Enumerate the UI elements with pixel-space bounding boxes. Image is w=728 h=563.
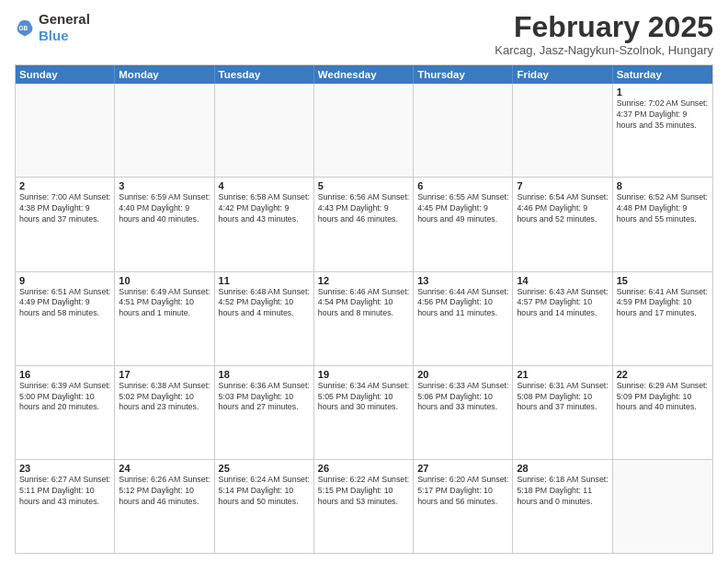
empty-cell-0-5 [513,84,612,177]
day-info: Sunrise: 7:02 AM Sunset: 4:37 PM Dayligh… [617,98,709,132]
calendar-row-2: 2Sunrise: 7:00 AM Sunset: 4:38 PM Daylig… [16,177,712,270]
location: Karcag, Jasz-Nagykun-Szolnok, Hungary [495,43,713,57]
empty-cell-0-3 [314,84,414,177]
day-info: Sunrise: 6:33 AM Sunset: 5:06 PM Dayligh… [417,381,508,414]
calendar-header: SundayMondayTuesdayWednesdayThursdayFrid… [16,65,712,84]
day-info: Sunrise: 6:31 AM Sunset: 5:08 PM Dayligh… [517,381,608,414]
day-cell-22: 22Sunrise: 6:29 AM Sunset: 5:09 PM Dayli… [613,366,712,459]
day-info: Sunrise: 6:26 AM Sunset: 5:12 PM Dayligh… [119,475,210,508]
day-info: Sunrise: 6:51 AM Sunset: 4:49 PM Dayligh… [19,287,110,320]
day-number: 1 [617,86,709,98]
day-cell-20: 20Sunrise: 6:33 AM Sunset: 5:06 PM Dayli… [414,366,513,459]
day-info: Sunrise: 6:29 AM Sunset: 5:09 PM Dayligh… [617,381,709,414]
svg-text:GB: GB [18,25,28,31]
day-info: Sunrise: 6:49 AM Sunset: 4:51 PM Dayligh… [119,287,210,320]
day-cell-13: 13Sunrise: 6:44 AM Sunset: 4:56 PM Dayli… [414,272,513,365]
day-cell-9: 9Sunrise: 6:51 AM Sunset: 4:49 PM Daylig… [16,272,115,365]
day-number: 16 [19,369,110,380]
day-info: Sunrise: 6:38 AM Sunset: 5:02 PM Dayligh… [119,381,210,414]
day-cell-14: 14Sunrise: 6:43 AM Sunset: 4:57 PM Dayli… [513,272,612,365]
logo: GB General Blue [15,11,90,44]
day-info: Sunrise: 7:00 AM Sunset: 4:38 PM Dayligh… [19,192,110,225]
header-day-saturday: Saturday [613,65,712,84]
day-cell-19: 19Sunrise: 6:34 AM Sunset: 5:05 PM Dayli… [314,366,414,459]
header: GB General Blue February 2025 Karcag, Ja… [15,11,713,57]
day-cell-12: 12Sunrise: 6:46 AM Sunset: 4:54 PM Dayli… [314,272,414,365]
day-info: Sunrise: 6:41 AM Sunset: 4:59 PM Dayligh… [617,287,709,320]
logo-text: General Blue [39,11,90,44]
header-day-tuesday: Tuesday [215,65,314,84]
day-number: 8 [617,180,709,191]
day-cell-28: 28Sunrise: 6:18 AM Sunset: 5:18 PM Dayli… [513,460,612,553]
day-cell-16: 16Sunrise: 6:39 AM Sunset: 5:00 PM Dayli… [16,366,115,459]
day-info: Sunrise: 6:34 AM Sunset: 5:05 PM Dayligh… [318,381,409,414]
day-info: Sunrise: 6:36 AM Sunset: 5:03 PM Dayligh… [219,381,310,414]
day-number: 10 [119,275,210,286]
header-day-thursday: Thursday [414,65,513,84]
day-cell-27: 27Sunrise: 6:20 AM Sunset: 5:17 PM Dayli… [414,460,513,553]
calendar-row-4: 16Sunrise: 6:39 AM Sunset: 5:00 PM Dayli… [16,365,712,459]
day-cell-7: 7Sunrise: 6:54 AM Sunset: 4:46 PM Daylig… [513,178,612,270]
empty-cell-0-1 [115,84,214,177]
day-info: Sunrise: 6:22 AM Sunset: 5:15 PM Dayligh… [318,475,409,508]
day-number: 19 [318,369,409,380]
day-info: Sunrise: 6:48 AM Sunset: 4:52 PM Dayligh… [219,287,310,320]
day-number: 23 [19,463,110,474]
day-cell-2: 2Sunrise: 7:00 AM Sunset: 4:38 PM Daylig… [16,178,115,270]
day-info: Sunrise: 6:54 AM Sunset: 4:46 PM Dayligh… [517,192,608,225]
day-info: Sunrise: 6:20 AM Sunset: 5:17 PM Dayligh… [417,475,508,508]
day-cell-23: 23Sunrise: 6:27 AM Sunset: 5:11 PM Dayli… [16,460,115,553]
day-cell-15: 15Sunrise: 6:41 AM Sunset: 4:59 PM Dayli… [613,272,712,365]
day-number: 25 [219,463,310,474]
day-cell-10: 10Sunrise: 6:49 AM Sunset: 4:51 PM Dayli… [115,272,214,365]
day-number: 28 [517,463,608,474]
day-cell-25: 25Sunrise: 6:24 AM Sunset: 5:14 PM Dayli… [215,460,314,553]
day-info: Sunrise: 6:43 AM Sunset: 4:57 PM Dayligh… [517,287,608,320]
day-cell-18: 18Sunrise: 6:36 AM Sunset: 5:03 PM Dayli… [215,366,314,459]
day-number: 6 [417,180,508,191]
day-info: Sunrise: 6:56 AM Sunset: 4:43 PM Dayligh… [318,192,409,225]
empty-cell-0-2 [215,84,314,177]
calendar-row-5: 23Sunrise: 6:27 AM Sunset: 5:11 PM Dayli… [16,459,712,553]
day-number: 14 [517,275,608,286]
header-day-sunday: Sunday [16,65,115,84]
day-number: 7 [517,180,608,191]
day-cell-17: 17Sunrise: 6:38 AM Sunset: 5:02 PM Dayli… [115,366,214,459]
day-cell-11: 11Sunrise: 6:48 AM Sunset: 4:52 PM Dayli… [215,272,314,365]
day-number: 3 [119,180,210,191]
header-day-monday: Monday [115,65,214,84]
empty-cell-0-0 [16,84,115,177]
day-number: 9 [19,275,110,286]
calendar-body: 1Sunrise: 7:02 AM Sunset: 4:37 PM Daylig… [16,84,712,553]
day-number: 11 [219,275,310,286]
day-info: Sunrise: 6:18 AM Sunset: 5:18 PM Dayligh… [517,475,608,508]
day-cell-4: 4Sunrise: 6:58 AM Sunset: 4:42 PM Daylig… [215,178,314,270]
day-number: 15 [617,275,709,286]
day-cell-3: 3Sunrise: 6:59 AM Sunset: 4:40 PM Daylig… [115,178,214,270]
day-number: 26 [318,463,409,474]
day-number: 4 [219,180,310,191]
empty-cell-0-4 [414,84,513,177]
day-cell-8: 8Sunrise: 6:52 AM Sunset: 4:48 PM Daylig… [613,178,712,270]
day-cell-24: 24Sunrise: 6:26 AM Sunset: 5:12 PM Dayli… [115,460,214,553]
page: GB General Blue February 2025 Karcag, Ja… [0,0,728,563]
day-cell-26: 26Sunrise: 6:22 AM Sunset: 5:15 PM Dayli… [314,460,414,553]
logo-blue: Blue [39,28,69,43]
day-info: Sunrise: 6:39 AM Sunset: 5:00 PM Dayligh… [19,381,110,414]
day-number: 13 [417,275,508,286]
logo-icon: GB [15,17,35,38]
logo-general: General [39,11,90,27]
day-info: Sunrise: 6:44 AM Sunset: 4:56 PM Dayligh… [417,287,508,320]
day-number: 22 [617,369,709,380]
day-info: Sunrise: 6:55 AM Sunset: 4:45 PM Dayligh… [417,192,508,225]
day-number: 24 [119,463,210,474]
calendar-row-1: 1Sunrise: 7:02 AM Sunset: 4:37 PM Daylig… [16,84,712,177]
header-day-friday: Friday [513,65,612,84]
month-year: February 2025 [495,11,713,43]
day-info: Sunrise: 6:27 AM Sunset: 5:11 PM Dayligh… [19,475,110,508]
day-info: Sunrise: 6:46 AM Sunset: 4:54 PM Dayligh… [318,287,409,320]
day-info: Sunrise: 6:58 AM Sunset: 4:42 PM Dayligh… [219,192,310,225]
day-number: 5 [318,180,409,191]
day-cell-21: 21Sunrise: 6:31 AM Sunset: 5:08 PM Dayli… [513,366,612,459]
day-cell-6: 6Sunrise: 6:55 AM Sunset: 4:45 PM Daylig… [414,178,513,270]
